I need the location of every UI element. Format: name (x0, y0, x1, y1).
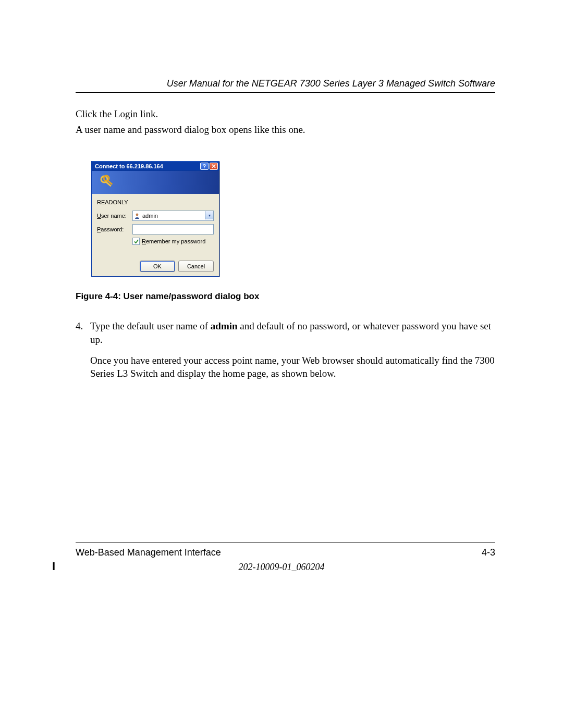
auth-dialog: Connect to 66.219.86.164 ? READONLY (91, 161, 219, 277)
intro-line-1: Click the Login link. (76, 107, 495, 121)
figure-container: Connect to 66.219.86.164 ? READONLY (91, 161, 495, 277)
dialog-banner (92, 171, 219, 194)
password-row: Password: (97, 224, 214, 235)
remember-checkbox[interactable] (132, 238, 140, 245)
footer-page-number: 4-3 (482, 547, 495, 558)
step4-para1: Type the default user name of admin and … (90, 319, 495, 346)
username-input[interactable]: admin ▾ (132, 211, 214, 221)
password-label: Password: (97, 226, 132, 232)
cancel-button[interactable]: Cancel (178, 261, 214, 272)
username-value: admin (142, 213, 158, 219)
username-row: User name: admin ▾ (97, 211, 214, 221)
remember-row[interactable]: Remember my password (132, 238, 214, 245)
intro-line-2: A user name and password dialog box open… (76, 123, 495, 137)
dialog-body: READONLY User name: admin ▾ Password: (92, 194, 219, 276)
step-number: 4. (76, 319, 90, 388)
username-label: User name: (97, 213, 132, 219)
step4-para2: Once you have entered your access point … (90, 354, 495, 380)
dialog-button-row: OK Cancel (97, 261, 214, 272)
chevron-down-icon[interactable]: ▾ (205, 211, 213, 219)
footer-section-title: Web-Based Management Interface (76, 547, 221, 558)
auth-realm: READONLY (97, 199, 214, 205)
intro-text: Click the Login link. A user name and pa… (76, 107, 495, 136)
password-input[interactable] (132, 224, 214, 235)
page-header-title: User Manual for the NETGEAR 7300 Series … (76, 78, 495, 93)
footer-line-1: Web-Based Management Interface 4-3 (76, 547, 495, 558)
change-bar-icon: I (52, 560, 55, 573)
step-text: Type the default user name of admin and … (90, 319, 495, 388)
remember-label: Remember my password (142, 238, 205, 244)
step-4: 4. Type the default user name of admin a… (76, 319, 495, 388)
close-icon[interactable] (210, 163, 218, 170)
footer-rule (76, 542, 495, 542)
person-icon (134, 213, 140, 219)
dialog-titlebar[interactable]: Connect to 66.219.86.164 ? (92, 162, 219, 171)
figure-caption: Figure 4-4: User name/password dialog bo… (76, 291, 495, 302)
footer-doc-number: 202-10009-01_060204 (0, 562, 563, 573)
help-icon[interactable]: ? (200, 163, 209, 170)
manual-page: User Manual for the NETGEAR 7300 Series … (0, 0, 563, 728)
dialog-title-text: Connect to 66.219.86.164 (95, 163, 199, 169)
svg-point-6 (136, 214, 139, 216)
ok-button[interactable]: OK (140, 261, 175, 272)
keys-icon (99, 174, 115, 190)
